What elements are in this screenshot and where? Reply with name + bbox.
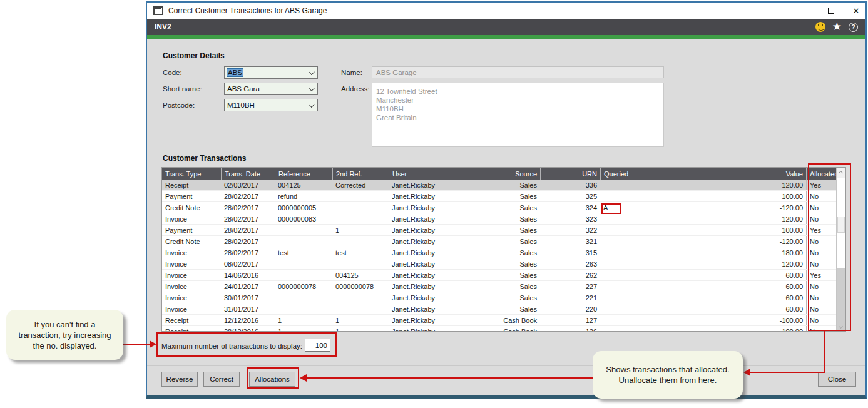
transactions-table: Trans. TypeTrans. DateReference2nd Ref.U… — [161, 167, 846, 332]
table-row[interactable]: Invoice14/06/2016004125Janet.RickabySale… — [162, 270, 845, 281]
table-cell — [275, 292, 332, 303]
favorite-star-icon[interactable]: ★ — [832, 22, 842, 32]
table-cell: Janet.Rickaby — [389, 225, 449, 235]
table-row[interactable]: Payment28/02/2017refundJanet.RickabySale… — [162, 191, 845, 202]
table-row[interactable]: Credit Note28/02/20170000000005Janet.Ric… — [162, 202, 845, 213]
table-cell — [275, 225, 332, 235]
table-cell: Invoice — [162, 292, 221, 303]
table-cell: Invoice — [162, 258, 221, 269]
table-header-row: Trans. TypeTrans. DateReference2nd Ref.U… — [162, 168, 845, 180]
table-row[interactable]: Invoice28/02/2017testtestJanet.RickabySa… — [162, 247, 845, 258]
table-cell: Receipt — [162, 315, 221, 325]
column-header[interactable]: Source — [449, 168, 540, 180]
short-name-combobox[interactable]: ABS Gara — [224, 83, 318, 95]
address-line: Manchester — [376, 96, 663, 105]
allocations-button[interactable]: Allocations — [249, 372, 295, 387]
chevron-down-icon — [309, 101, 315, 108]
table-cell: Janet.Rickaby — [389, 191, 449, 201]
correct-button[interactable]: Correct — [203, 372, 240, 387]
table-row[interactable]: Credit Note28/02/2017Janet.RickabySales3… — [162, 236, 845, 247]
table-row[interactable]: Invoice31/01/2017Janet.RickabySales22060… — [162, 303, 845, 315]
table-cell: 336 — [540, 180, 600, 190]
close-window-button[interactable]: ✕ — [852, 6, 860, 15]
table-row[interactable]: Receipt28/12/201611Janet.RickabyCash Boo… — [162, 326, 845, 332]
postcode-combobox[interactable]: M110BH — [224, 99, 318, 111]
table-cell: Sales — [449, 225, 540, 235]
table-cell: Payment — [162, 191, 221, 201]
table-cell: No — [806, 247, 837, 258]
table-cell: Yes — [806, 180, 837, 190]
table-cell: -100.00 — [628, 326, 806, 332]
table-cell: Yes — [806, 270, 837, 280]
table-cell: Sales — [449, 292, 540, 303]
table-cell: 28/02/2017 — [221, 236, 275, 247]
table-cell: Sales — [449, 270, 540, 280]
table-row[interactable]: Payment28/02/20171Janet.RickabySales3221… — [162, 225, 845, 236]
table-cell: No — [806, 202, 837, 213]
max-transactions-input[interactable] — [305, 339, 330, 352]
table-cell: Janet.Rickaby — [389, 247, 449, 258]
table-cell — [332, 236, 389, 247]
column-header[interactable]: User — [389, 168, 449, 180]
smiley-icon[interactable] — [815, 22, 825, 32]
table-cell: Invoice — [162, 270, 221, 280]
table-row[interactable]: Invoice28/02/20170000000083Janet.Rickaby… — [162, 213, 845, 225]
table-cell: -100.00 — [628, 315, 806, 325]
table-cell: 0000000078 — [332, 281, 389, 292]
callout-text-line: If you can't find a — [6, 319, 123, 330]
column-header[interactable]: Trans. Date — [221, 168, 275, 180]
arrow-to-allocations-button — [300, 374, 307, 382]
table-cell: Sales — [449, 281, 540, 292]
code-combobox[interactable]: ABS — [224, 66, 318, 79]
table-row[interactable]: Receipt02/03/2017004125CorrectedJanet.Ri… — [162, 180, 845, 191]
table-cell: 127 — [540, 315, 600, 325]
table-cell: No — [806, 303, 837, 314]
table-cell: Janet.Rickaby — [389, 180, 449, 190]
close-button[interactable]: Close — [818, 372, 856, 387]
table-cell: 30/01/2017 — [221, 292, 275, 303]
table-cell — [600, 315, 628, 325]
minimize-button[interactable] — [802, 6, 810, 15]
table-row[interactable]: Invoice08/02/2017Janet.RickabySales26312… — [162, 258, 845, 270]
column-header[interactable]: Allocated — [806, 168, 837, 180]
table-row[interactable]: Receipt12/12/201611Janet.RickabyCash Boo… — [162, 315, 845, 326]
table-cell: Sales — [449, 213, 540, 224]
scroll-down-button[interactable] — [837, 322, 845, 332]
table-cell: 31/01/2017 — [221, 303, 275, 314]
table-cell: No — [806, 292, 837, 303]
table-cell: Sales — [449, 258, 540, 269]
column-header[interactable]: Reference — [275, 168, 332, 180]
table-row[interactable]: Invoice30/01/2017Janet.RickabySales22160… — [162, 292, 845, 303]
reverse-button[interactable]: Reverse — [161, 372, 198, 387]
help-icon[interactable]: ? — [849, 23, 858, 32]
table-cell — [600, 180, 628, 190]
scrollbar-shaded-track[interactable] — [837, 268, 845, 322]
table-cell: 12/12/2016 — [221, 315, 275, 325]
table-cell: 100.00 — [628, 191, 806, 201]
table-cell: Cash Book — [449, 326, 540, 332]
table-cell: Invoice — [162, 213, 221, 224]
column-header[interactable]: Trans. Type — [162, 168, 221, 180]
table-cell: 28/02/2017 — [221, 225, 275, 235]
table-cell: 08/02/2017 — [221, 258, 275, 269]
table-cell: 120.00 — [628, 213, 806, 224]
scroll-up-button[interactable] — [837, 168, 845, 178]
table-cell — [332, 303, 389, 314]
column-header[interactable]: Value — [628, 168, 806, 180]
vertical-scrollbar[interactable] — [836, 168, 845, 332]
table-cell: 1 — [332, 315, 389, 325]
column-header[interactable]: 2nd Ref. — [332, 168, 389, 180]
column-header[interactable]: Queried — [600, 168, 628, 180]
maximize-button[interactable] — [827, 6, 835, 15]
maximize-icon — [828, 8, 834, 14]
chevron-down-icon — [839, 324, 843, 329]
table-cell: 324 — [540, 202, 600, 213]
column-header[interactable]: URN — [540, 168, 600, 180]
table-row[interactable]: Invoice24/01/201700000000780000000078Jan… — [162, 281, 845, 292]
arrow-to-right-callout — [743, 369, 750, 376]
table-cell — [332, 202, 389, 213]
table-cell: -120.00 — [628, 180, 806, 190]
table-cell: 004125 — [332, 270, 389, 280]
scrollbar-thumb[interactable] — [837, 217, 845, 233]
footer-divider — [147, 365, 865, 366]
